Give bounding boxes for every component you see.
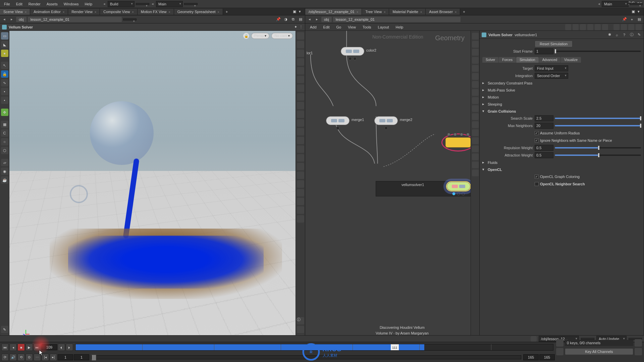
disp-n-icon[interactable] <box>297 206 304 214</box>
state-opt2-icon[interactable]: ⋮ <box>299 25 303 29</box>
fold-multipass[interactable]: ▸Multi-Pass Solve <box>482 86 641 94</box>
nt-d-icon[interactable] <box>472 57 479 64</box>
pane-max-icon[interactable]: ▣ <box>632 9 638 14</box>
audio-toggle[interactable]: 🔊 <box>9 354 17 361</box>
dot2-tool-icon[interactable]: • <box>1 97 8 104</box>
node-merge2[interactable]: merge2 <box>374 116 398 130</box>
pane-max-icon[interactable]: ▣ <box>293 9 299 14</box>
parm-tab-advanced[interactable]: Advanced <box>539 57 560 63</box>
tab-render-view[interactable]: Render View× <box>68 9 100 15</box>
nt-o-icon[interactable] <box>472 145 479 152</box>
net-tool-e-icon[interactable] <box>595 24 601 30</box>
ghost-icon[interactable]: ◑ <box>283 16 289 22</box>
nt-e-icon[interactable] <box>472 65 479 72</box>
net-menu-edit[interactable]: Edit <box>321 24 332 30</box>
net-tool-i-icon[interactable] <box>628 24 634 30</box>
net-tool-c-icon[interactable] <box>580 24 586 30</box>
select-edge-icon[interactable]: ◣ <box>1 41 8 48</box>
nav-fwd-icon[interactable]: ▸ <box>314 16 320 22</box>
help-icon[interactable]: ? <box>622 32 627 38</box>
ck-graph-color[interactable] <box>535 175 539 179</box>
disp-d-icon[interactable] <box>297 119 304 127</box>
snap-grid-icon[interactable]: ▦ <box>1 121 8 128</box>
crumb-obj[interactable]: obj <box>321 17 332 22</box>
ck-nbr-search[interactable] <box>535 182 539 186</box>
select-tool-icon[interactable]: ▭ <box>1 32 8 40</box>
range-rend-field[interactable]: 165 <box>523 354 539 360</box>
node-color2[interactable]: color2 <box>341 47 364 60</box>
scope-toggle[interactable]: ⊙ <box>25 354 33 361</box>
startframe-slider[interactable] <box>555 51 641 52</box>
kp-d-icon[interactable] <box>635 348 642 355</box>
step-a-icon[interactable]: |◂ <box>42 354 49 361</box>
menu-render[interactable]: Render <box>26 1 43 7</box>
disp-k-icon[interactable] <box>297 180 304 188</box>
loop-toggle[interactable]: ⟲ <box>17 354 25 361</box>
play-button[interactable]: ▶ <box>25 344 33 351</box>
nt-k-icon[interactable] <box>472 113 479 120</box>
tab-geo-spreadsheet[interactable]: Geometry Spreadsheet× <box>174 9 223 15</box>
goto-end-button[interactable]: ⏭ <box>34 344 41 351</box>
menu-edit[interactable]: Edit <box>13 1 25 7</box>
snap-curve-icon[interactable]: C <box>1 129 8 137</box>
close-icon[interactable]: × <box>169 10 170 14</box>
disp-bg-icon[interactable] <box>297 84 304 92</box>
find-icon[interactable]: + <box>629 16 635 22</box>
nt-j-icon[interactable] <box>472 105 479 112</box>
disp-b-icon[interactable] <box>297 102 304 109</box>
close-icon[interactable]: × <box>357 10 358 14</box>
disp-opt-icon[interactable] <box>297 32 304 40</box>
node-merge1[interactable]: merge1 <box>326 116 350 130</box>
net-tool-j-icon[interactable] <box>636 24 642 30</box>
comment-icon[interactable]: ✎ <box>636 32 642 38</box>
fold-fluids[interactable]: ▸Fluids <box>482 159 641 166</box>
disp-shade-icon[interactable] <box>297 41 304 48</box>
pin-icon[interactable]: 📌 <box>275 16 281 22</box>
close-icon[interactable]: × <box>384 10 385 14</box>
nav-fwd-icon[interactable]: ▸ <box>9 16 15 22</box>
disp-e-icon[interactable] <box>297 128 304 135</box>
net-tool-h-icon[interactable] <box>621 24 627 30</box>
menu-help[interactable]: Help <box>82 1 95 7</box>
close-icon[interactable]: × <box>25 10 26 14</box>
close-icon[interactable]: × <box>420 10 422 14</box>
attraction-field[interactable]: 0.5 <box>535 152 553 158</box>
net-menu-view[interactable]: View <box>345 24 359 30</box>
desktop-build-select[interactable]: Build <box>108 1 135 7</box>
search-scale-field[interactable]: 2.5 <box>535 115 553 121</box>
nt-g-icon[interactable] <box>472 81 479 88</box>
menu-assets[interactable]: Assets <box>44 1 60 7</box>
brush-icon[interactable]: ✎ <box>1 326 8 333</box>
arrow-tool-icon[interactable]: ↖ <box>1 62 8 69</box>
disp-l-icon[interactable] <box>297 189 304 196</box>
disp-f-icon[interactable] <box>297 137 304 144</box>
net-menu-tools[interactable]: Tools <box>360 24 374 30</box>
lock-tool-icon[interactable]: 🔒 <box>1 70 8 78</box>
snapshot-icon[interactable]: ⧉ <box>290 16 296 22</box>
net-menu-layout[interactable]: Layout <box>375 24 392 30</box>
crumb-node[interactable]: lesson_12_example_01 <box>28 17 122 22</box>
close-icon[interactable]: × <box>218 10 219 14</box>
range-start-field[interactable]: 1 <box>58 354 73 360</box>
desktop-main-right-select[interactable]: Main <box>602 1 629 7</box>
desktop-extra3-select[interactable] <box>629 3 643 5</box>
nt-r-icon[interactable] <box>472 170 479 176</box>
nt-f-icon[interactable] <box>472 73 479 80</box>
max-neighbors-field[interactable]: 20 <box>535 123 553 129</box>
dot-tool-icon[interactable]: • <box>1 88 8 95</box>
pane-menu-icon[interactable]: ▾ <box>299 9 305 14</box>
tab-add-button[interactable]: + <box>223 9 230 15</box>
net-menu-add[interactable]: Add <box>307 24 319 30</box>
nt-i-icon[interactable] <box>472 97 479 104</box>
target-select[interactable]: First Input <box>535 65 568 71</box>
kp-c-icon[interactable] <box>556 348 564 355</box>
realtime-toggle[interactable]: ⟳ <box>1 354 9 361</box>
range-rstart-field[interactable]: 1 <box>74 354 89 360</box>
key-all-button[interactable]: Key All Channels <box>565 348 633 355</box>
tab-composite-view[interactable]: Composite View× <box>100 9 138 15</box>
nt-h-icon[interactable] <box>472 89 479 96</box>
search-icon[interactable]: ⌕ <box>614 32 620 38</box>
step-back-button[interactable]: ◂ <box>9 344 17 351</box>
node-subnet[interactable]: Sub dec <box>445 137 471 147</box>
tab-add-button[interactable]: + <box>460 9 468 15</box>
